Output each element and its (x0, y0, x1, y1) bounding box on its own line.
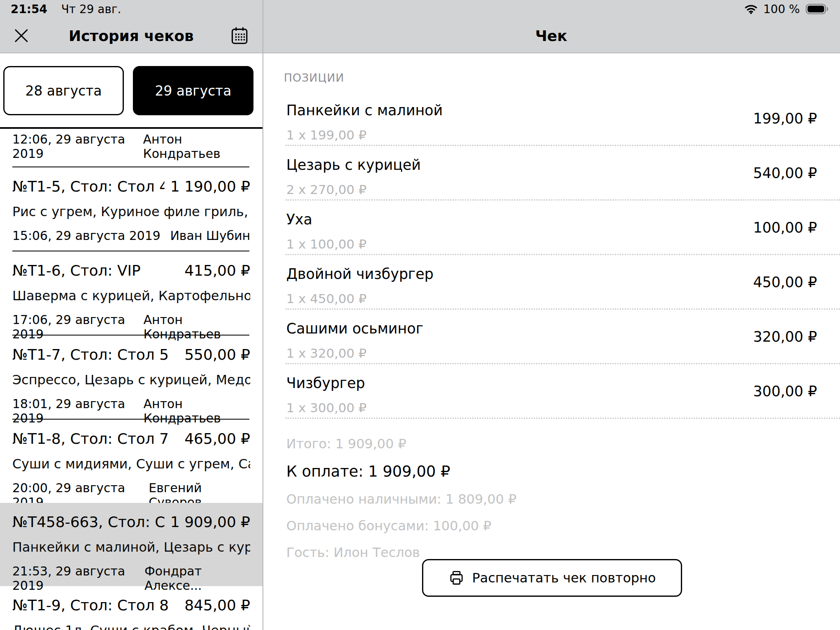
item-name: Двойной чизбургер (286, 266, 817, 282)
receipt-total: 845,00 ₽ (179, 597, 250, 614)
receipt-number: №Т1-9, Стол: Стол 8 (12, 597, 169, 614)
receipt-total: 550,00 ₽ (179, 346, 250, 363)
date-filter-bar: 28 августа 29 августа (0, 54, 262, 129)
receipt-time: 15:06, 29 августа 2019 (12, 228, 160, 243)
receipt-line-item: Уха 1 x 100,00 ₽ 100,00 ₽ (263, 201, 840, 254)
list-item[interactable]: №Т1-8, Стол: Стол 7 465,00 ₽ Суши с миди… (0, 420, 262, 503)
print-receipt-button[interactable]: Распечатать чек повторно (422, 559, 682, 597)
item-qty: 1 x 300,00 ₽ (286, 400, 817, 415)
list-item-selected[interactable]: №Т458-663, Стол: Ст... 1 909,00 ₽ Панкей… (0, 503, 262, 586)
calendar-icon[interactable] (228, 24, 251, 47)
item-qty: 1 x 450,00 ₽ (286, 291, 817, 306)
wifi-icon (744, 4, 758, 14)
receipt-line-item: Чизбургер 1 x 300,00 ₽ 300,00 ₽ (263, 364, 840, 418)
list-item-partial[interactable]: 12:06, 29 августа 2019 Антон Кондратьев (0, 129, 262, 167)
status-bar: 21:54 Чт 29 авг. 100 % (0, 0, 840, 18)
item-price: 540,00 ₽ (753, 165, 817, 181)
receipt-detail-panel: ПОЗИЦИИ Панкейки с малиной 1 x 199,00 ₽ … (263, 54, 840, 630)
date-filter-29-aug[interactable]: 29 августа (133, 66, 253, 115)
receipt-title: Чек (535, 27, 567, 44)
top-bar: 21:54 Чт 29 авг. 100 % (0, 0, 840, 53)
receipt-time: 12:06, 29 августа 2019 (12, 132, 143, 161)
subtotal-line: Итого: 1 909,00 ₽ (286, 436, 817, 452)
item-name: Уха (286, 211, 817, 228)
list-item[interactable]: №Т1-9, Стол: Стол 8 845,00 ₽ Дюшес 1л, С… (0, 586, 262, 630)
to-pay-line: К оплате: 1 909,00 ₽ (286, 463, 817, 480)
receipt-items-list: Панкейки с малиной 1 x 199,00 ₽ 199,00 ₽… (263, 91, 840, 419)
sidebar-title: История чеков (69, 27, 194, 44)
item-price: 300,00 ₽ (753, 383, 817, 399)
item-qty: 1 x 100,00 ₽ (286, 237, 817, 251)
close-icon[interactable] (11, 26, 31, 46)
guest-line: Гость: Илон Теслов (286, 545, 817, 560)
paid-bonus-line: Оплачено бонусами: 100,00 ₽ (286, 518, 817, 534)
receipt-total: 415,00 ₽ (179, 262, 250, 279)
list-item[interactable]: №Т1-6, Стол: VIP 415,00 ₽ Шаверма с кури… (0, 251, 262, 335)
receipt-items-preview: Панкейки с малиной, Цезарь с курицей,... (12, 539, 250, 555)
receipt-items-preview: Шаверма с курицей, Картофельное пюр... (12, 288, 250, 304)
item-name: Цезарь с курицей (286, 157, 817, 173)
item-name: Чизбургер (286, 375, 817, 391)
positions-label: ПОЗИЦИИ (284, 71, 840, 84)
status-date: Чт 29 авг. (61, 2, 121, 16)
item-qty: 2 x 270,00 ₽ (286, 182, 817, 197)
receipt-line-item: Панкейки с малиной 1 x 199,00 ₽ 199,00 ₽ (263, 91, 840, 145)
sidebar-header: История чеков (0, 18, 262, 53)
receipt-number: №Т1-8, Стол: Стол 7 (12, 430, 169, 447)
receipt-total: 1 909,00 ₽ (164, 514, 250, 530)
receipt-totals: Итого: 1 909,00 ₽ К оплате: 1 909,00 ₽ О… (263, 419, 840, 560)
receipt-items-preview: Эспрессо, Цезарь с курицей, Медовик (12, 372, 250, 388)
receipt-line-item: Двойной чизбургер 1 x 450,00 ₽ 450,00 ₽ (263, 255, 840, 308)
receipt-waiter: Антон Кондратьев (143, 132, 249, 161)
item-name: Сашими осьминог (286, 320, 817, 337)
item-qty: 1 x 320,00 ₽ (286, 346, 817, 361)
receipt-header: Чек (262, 18, 840, 53)
paid-cash-line: Оплачено наличными: 1 809,00 ₽ (286, 491, 817, 507)
item-price: 320,00 ₽ (753, 329, 817, 345)
print-receipt-label: Распечатать чек повторно (472, 570, 656, 586)
receipt-number: №Т1-6, Стол: VIP (12, 262, 141, 279)
receipt-history-sidebar: 28 августа 29 августа 12:06, 29 августа … (0, 54, 262, 630)
receipt-total: 465,00 ₽ (179, 430, 250, 447)
item-qty: 1 x 199,00 ₽ (286, 128, 817, 142)
battery-icon (806, 3, 829, 15)
receipt-line-item: Цезарь с курицей 2 x 270,00 ₽ 540,00 ₽ (263, 146, 840, 199)
receipt-number: №Т1-7, Стол: Стол 5 (12, 346, 169, 363)
printer-icon (448, 570, 465, 586)
item-price: 450,00 ₽ (753, 274, 817, 290)
receipt-waiter: Иван Шубин (170, 228, 250, 243)
date-filter-28-aug[interactable]: 28 августа (3, 66, 124, 115)
status-time: 21:54 (11, 2, 47, 16)
battery-percent: 100 % (763, 2, 800, 16)
receipt-number: №Т1-5, Стол: Стол 4 (12, 178, 164, 195)
receipt-number: №Т458-663, Стол: Ст... (12, 514, 164, 530)
receipt-items-preview: Суши с мидиями, Суши с угрем, Сашими... (12, 456, 250, 472)
receipt-items-preview: Рис с угрем, Куриное филе гриль, Томле..… (12, 204, 250, 219)
item-price: 100,00 ₽ (753, 219, 817, 236)
receipt-items-preview: Дюшес 1л, Суши с крабом, Черный кофе (12, 623, 250, 630)
list-item[interactable]: №Т1-7, Стол: Стол 5 550,00 ₽ Эспрессо, Ц… (0, 336, 262, 419)
list-item[interactable]: №Т1-5, Стол: Стол 4 1 190,00 ₽ Рис с угр… (0, 167, 262, 251)
receipt-total: 1 190,00 ₽ (164, 178, 250, 195)
item-price: 199,00 ₽ (753, 110, 817, 127)
item-name: Панкейки с малиной (286, 102, 817, 119)
receipt-line-item: Сашими осьминог 1 x 320,00 ₽ 320,00 ₽ (263, 310, 840, 363)
